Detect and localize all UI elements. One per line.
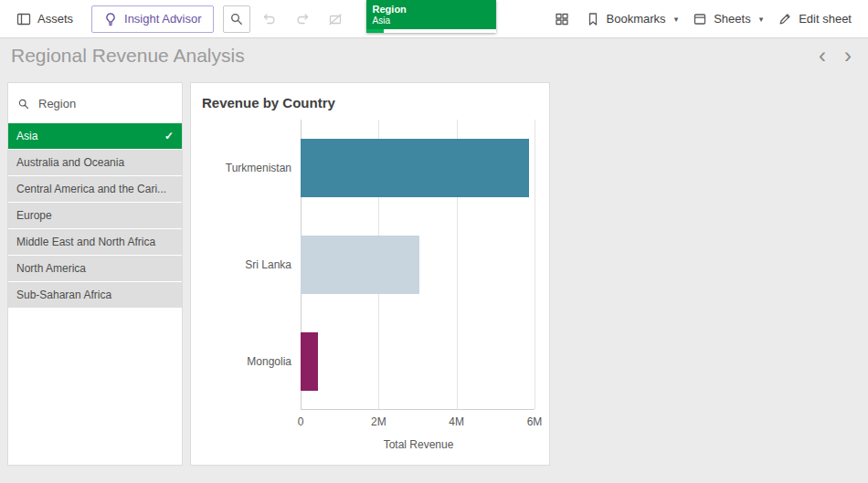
listbox-item-label: North America xyxy=(16,262,86,275)
x-tick-label: 6M xyxy=(527,415,543,428)
search-icon xyxy=(17,98,30,110)
bookmarks-label: Bookmarks xyxy=(607,12,666,26)
page-title: Regional Revenue Analysis xyxy=(11,45,810,67)
listbox-item[interactable]: Australia and Oceania xyxy=(8,150,182,175)
redo-arrow-icon xyxy=(295,12,310,26)
plot-region: TurkmenistanSri LankaMongolia xyxy=(198,120,536,410)
listbox-item[interactable]: Middle East and North Africa xyxy=(8,229,182,255)
grid-icon xyxy=(555,12,569,26)
assets-label: Assets xyxy=(37,12,73,26)
listbox-item-label: Middle East and North Africa xyxy=(16,236,155,248)
listbox-item-label: Asia xyxy=(16,130,37,142)
region-filter-pane: Region Asia✓Australia and OceaniaCentral… xyxy=(7,82,183,466)
search-icon xyxy=(229,12,244,26)
listbox-item-label: Australia and Oceania xyxy=(16,156,124,169)
next-sheet-button[interactable]: › xyxy=(835,45,861,67)
selection-chip-region[interactable]: Region Asia xyxy=(366,0,496,33)
listbox-item[interactable]: Asia✓ xyxy=(8,123,182,149)
bar-band: Turkmenistan xyxy=(198,120,536,216)
undo-arrow-icon xyxy=(262,12,277,26)
x-axis-title: Total Revenue xyxy=(198,438,536,451)
clear-selections-icon xyxy=(328,12,343,26)
toolbar: Assets Insight Advisor xyxy=(0,0,868,38)
step-back-button[interactable] xyxy=(256,5,283,33)
toolbar-left-group: Assets Insight Advisor xyxy=(9,0,496,37)
x-tick-label: 0 xyxy=(298,415,304,428)
pencil-icon xyxy=(778,12,792,26)
revenue-by-country-chart: Revenue by Country TurkmenistanSri Lanka… xyxy=(190,82,550,466)
x-axis: 02M4M6M xyxy=(198,415,536,429)
listbox-item-label: Europe xyxy=(16,209,52,222)
region-listbox: Asia✓Australia and OceaniaCentral Americ… xyxy=(8,123,182,308)
sheet-icon xyxy=(693,12,707,26)
bar-band: Sri Lanka xyxy=(198,216,536,313)
filter-pane-header[interactable]: Region xyxy=(8,83,182,123)
checkmark-icon: ✓ xyxy=(164,130,174,142)
bar-sri-lanka[interactable] xyxy=(301,236,419,294)
filter-pane-title: Region xyxy=(38,97,76,110)
sheets-button[interactable]: Sheets ▾ xyxy=(685,6,770,32)
chevron-down-icon: ▾ xyxy=(674,15,679,24)
x-axis-ticks: 02M4M6M xyxy=(301,415,535,429)
step-forward-button[interactable] xyxy=(289,5,316,33)
bar-turkmenistan[interactable] xyxy=(301,139,529,197)
bar-track xyxy=(301,332,535,391)
bar-track xyxy=(301,139,535,197)
smart-search-button[interactable] xyxy=(223,5,250,33)
clear-selections-button[interactable] xyxy=(322,5,349,33)
bookmark-icon xyxy=(586,12,600,26)
listbox-item[interactable]: North America xyxy=(8,256,182,281)
selection-chip-value: Asia xyxy=(366,15,496,26)
selection-chip-field: Region xyxy=(366,0,496,15)
selection-ratio-bar xyxy=(366,29,496,33)
bar-track xyxy=(301,236,535,294)
listbox-item[interactable]: Sub-Saharan Africa xyxy=(8,282,182,308)
grid-menu-button[interactable] xyxy=(548,5,576,33)
listbox-item-label: Central America and the Cari... xyxy=(16,183,166,195)
y-axis-label: Turkmenistan xyxy=(198,162,301,174)
bar-plot: TurkmenistanSri LankaMongolia xyxy=(198,120,536,410)
bar-band: Mongolia xyxy=(198,313,536,410)
sheet-header: Regional Revenue Analysis ‹ › xyxy=(0,38,868,73)
assets-panel-icon xyxy=(16,12,31,26)
bookmarks-button[interactable]: Bookmarks ▾ xyxy=(578,6,686,32)
edit-sheet-label: Edit sheet xyxy=(799,12,852,26)
selection-ratio-fill xyxy=(366,29,385,33)
y-axis-label: Sri Lanka xyxy=(198,258,301,271)
edit-sheet-button[interactable]: Edit sheet xyxy=(770,6,859,32)
toolbar-right-group: Bookmarks ▾ Sheets ▾ Edit sheet xyxy=(545,0,859,37)
chart-title: Revenue by Country xyxy=(191,83,549,112)
x-tick-label: 4M xyxy=(449,415,464,428)
insight-advisor-lightbulb-icon xyxy=(103,12,118,26)
sheets-label: Sheets xyxy=(714,12,750,26)
bar-mongolia[interactable] xyxy=(301,332,318,391)
listbox-item-label: Sub-Saharan Africa xyxy=(16,289,111,301)
listbox-item[interactable]: Central America and the Cari... xyxy=(8,176,182,202)
insight-advisor-label: Insight Advisor xyxy=(124,12,202,26)
insight-advisor-button[interactable]: Insight Advisor xyxy=(91,5,214,33)
y-axis-label: Mongolia xyxy=(198,355,301,368)
listbox-item[interactable]: Europe xyxy=(8,203,182,228)
chevron-down-icon: ▾ xyxy=(759,15,764,24)
x-tick-label: 2M xyxy=(371,415,386,428)
previous-sheet-button[interactable]: ‹ xyxy=(810,45,835,67)
assets-button[interactable]: Assets xyxy=(9,6,80,32)
